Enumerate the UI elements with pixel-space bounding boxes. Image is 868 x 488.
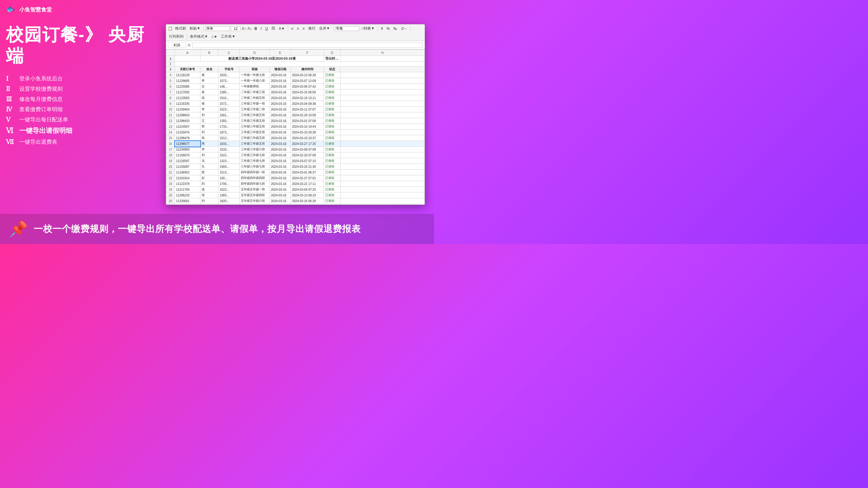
table-row: 711127092崔1385...二年级二年级三班2024-03-162024-… bbox=[166, 90, 425, 95]
data-cell: 2024-03-16 bbox=[270, 198, 291, 204]
list-item: Ⅴ 一键导出每日配送单 bbox=[6, 116, 157, 123]
data-cell: 1573... bbox=[218, 78, 240, 84]
data-cell: 11234993 bbox=[175, 147, 200, 153]
data-cell bbox=[341, 112, 425, 118]
col-header-h[interactable]: H bbox=[341, 50, 425, 56]
data-cell: 已请假 bbox=[324, 204, 341, 205]
border-button[interactable]: 田 bbox=[270, 25, 276, 32]
data-cell: 1522... bbox=[218, 153, 240, 158]
row-number: 7 bbox=[166, 90, 175, 95]
font-size-input[interactable] bbox=[231, 26, 241, 31]
data-cell: 2024-03-16 bbox=[270, 153, 291, 158]
data-cell: 已请假 bbox=[324, 193, 341, 198]
data-cell: 2024-03-07 07:10 bbox=[291, 158, 324, 164]
col-header-c[interactable]: C bbox=[218, 50, 240, 56]
data-cell: 11216597 bbox=[175, 158, 200, 164]
data-cell: 2024-03-10 23:37 bbox=[291, 135, 324, 141]
data-cell bbox=[341, 158, 425, 164]
data-cell bbox=[341, 147, 425, 153]
convert-button[interactable]: □转换▼ bbox=[361, 25, 376, 32]
data-cell: 刘 bbox=[200, 198, 218, 204]
row-number: 5 bbox=[166, 78, 175, 84]
paste-button[interactable]: 粘贴▼ bbox=[188, 25, 202, 32]
data-cell: 2024-03-13 08:19 bbox=[291, 193, 324, 198]
data-cell: 已请假 bbox=[324, 170, 341, 175]
data-cell: 刘 bbox=[200, 153, 218, 158]
data-cell bbox=[341, 124, 425, 130]
data-cell: 1700... bbox=[218, 181, 240, 187]
table-row: 1 献县第三实验小学2024-03-16至2024-03-16请 导出时间:20… bbox=[166, 56, 425, 62]
data-cell: 1383... bbox=[218, 193, 240, 198]
wrap-text-button[interactable]: 换行 bbox=[307, 25, 317, 32]
data-cell: 11241914 bbox=[175, 175, 200, 181]
bold-button[interactable]: B bbox=[253, 26, 258, 31]
data-cell: 三年级三年级五班 bbox=[240, 141, 270, 147]
data-cell: 11298603 bbox=[175, 112, 200, 118]
row-number: 6 bbox=[166, 84, 175, 90]
decimal-increase-button[interactable]: .0→ bbox=[399, 26, 408, 31]
data-cell: 2024-03-04 07:25 bbox=[291, 187, 324, 193]
merge-button[interactable]: 合并▼ bbox=[318, 25, 331, 32]
cell-reference-input[interactable] bbox=[168, 42, 186, 48]
data-cell: 三年级三年级五班 bbox=[240, 135, 270, 141]
data-cell: 2024-03-16 bbox=[270, 72, 291, 78]
data-cell bbox=[341, 181, 425, 187]
currency-button[interactable]: ¥ bbox=[380, 26, 384, 31]
table-row: 811123555张1515...二年级二年级五班2024-03-162024-… bbox=[166, 95, 425, 101]
data-cell: 左 bbox=[200, 84, 218, 90]
data-cell: 三年级三年级五班 bbox=[240, 118, 270, 124]
data-cell: 四年级四年级一班 bbox=[240, 170, 270, 175]
data-cell bbox=[341, 187, 425, 193]
font-name-input[interactable] bbox=[206, 26, 230, 31]
data-cell: 1513... bbox=[218, 170, 240, 175]
align-left-button[interactable]: ≡ bbox=[290, 26, 294, 31]
col-header-d[interactable]: D bbox=[240, 50, 270, 56]
table-format-button[interactable]: □▼ bbox=[210, 34, 218, 39]
list-item: Ⅲ 修改每月缴费信息 bbox=[6, 96, 157, 103]
data-cell: 11211750 bbox=[175, 187, 200, 193]
italic-button[interactable]: I bbox=[259, 26, 263, 31]
percent-button[interactable]: % bbox=[385, 26, 391, 31]
col-header-e[interactable]: E bbox=[270, 50, 291, 56]
toolbar-group-rowcol: 行列和列 bbox=[168, 33, 187, 40]
align-right-button[interactable]: ≡ bbox=[301, 26, 306, 31]
list-item: Ⅶ 一键导出退费表 bbox=[6, 138, 157, 145]
row-number: 23 bbox=[166, 181, 175, 187]
data-cell: 1512... bbox=[218, 135, 240, 141]
comma-button[interactable]: ‰ bbox=[392, 26, 398, 31]
col-header-a[interactable]: A bbox=[175, 50, 200, 56]
row-number: 16 bbox=[166, 141, 175, 147]
data-cell: 2024-03-16 bbox=[270, 170, 291, 175]
align-center-button[interactable]: ≡ bbox=[296, 26, 300, 31]
row-col-button[interactable]: 行列和列 bbox=[168, 33, 185, 40]
data-cell: 三年级三年级五班 bbox=[240, 124, 270, 130]
row-number: 10 bbox=[166, 107, 175, 112]
formula-input[interactable] bbox=[192, 42, 423, 48]
data-cell: 已请假 bbox=[324, 84, 341, 90]
col-header-b[interactable]: B bbox=[200, 50, 218, 56]
col-header-g[interactable]: G bbox=[324, 50, 341, 56]
list-item: Ⅳ 查看缴费订单明细 bbox=[6, 106, 157, 113]
conditional-format-button[interactable]: 条件格式▼ bbox=[189, 33, 209, 40]
font-decrease-icon: A↓ bbox=[247, 26, 252, 31]
underline-button[interactable]: U bbox=[264, 26, 269, 31]
data-cell: 11286233 bbox=[175, 193, 200, 198]
data-cell bbox=[341, 170, 425, 175]
list-item: Ⅰ 登录小鱼系统后台 bbox=[6, 75, 157, 82]
table-row: 1511298478段1512...三年级三年级五班2024-03-162024… bbox=[166, 135, 425, 141]
row-number: 21 bbox=[166, 170, 175, 175]
number-format-input[interactable] bbox=[335, 26, 359, 31]
data-cell: 已请假 bbox=[324, 118, 341, 124]
excel-grid[interactable]: A B C D E F G H 1 献县第三实验小学2024-03-16至202… bbox=[166, 50, 425, 204]
col-header-f[interactable]: F bbox=[291, 50, 324, 56]
data-cell: 已请假 bbox=[324, 198, 341, 204]
data-cell bbox=[341, 101, 425, 107]
fill-color-button[interactable]: A▼ bbox=[278, 26, 286, 31]
row-number: 14 bbox=[166, 130, 175, 135]
workbook-button[interactable]: 工作表▼ bbox=[220, 33, 237, 40]
data-cell: 2024-03-10 20:38 bbox=[291, 130, 324, 135]
data-cell: 148... bbox=[218, 84, 240, 90]
table-row: 1911216597戈1323...三年级三年级七班2024-03-162024… bbox=[166, 158, 425, 164]
format-brush-button[interactable]: 格式刷 bbox=[174, 25, 187, 32]
row-number: 26 bbox=[166, 198, 175, 204]
